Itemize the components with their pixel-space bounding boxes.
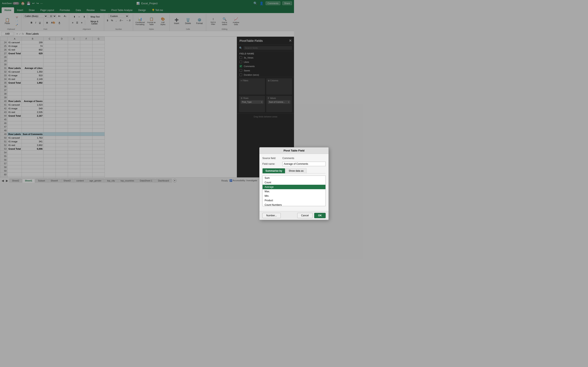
dialog-overlay: Pivot Table Field Source field: Comments…: [0, 0, 294, 184]
dialog-title: Pivot Table Field: [259, 147, 294, 154]
field-name-input[interactable]: [282, 162, 294, 166]
source-field-row: Source field: Comments: [262, 157, 294, 160]
field-name-row: Field name:: [262, 162, 294, 166]
tab-summarise-by[interactable]: Summarise by: [262, 168, 285, 173]
source-field-value: Comments: [282, 157, 294, 160]
dialog-list-item[interactable]: Count: [263, 180, 294, 184]
dialog-list-item[interactable]: Sum: [263, 176, 294, 180]
dialog-list: SumCountAverageMax.Min.ProductCount Numb…: [262, 175, 294, 184]
source-field-label: Source field:: [262, 157, 281, 160]
field-name-label: Field name:: [262, 162, 281, 165]
pivot-table-field-dialog: Pivot Table Field Source field: Comments…: [259, 147, 294, 184]
dialog-tabs: Summarise by Show data as: [262, 168, 294, 174]
dialog-body: Source field: Comments Field name: Summa…: [259, 154, 294, 184]
tab-show-data-as[interactable]: Show data as: [286, 168, 294, 173]
